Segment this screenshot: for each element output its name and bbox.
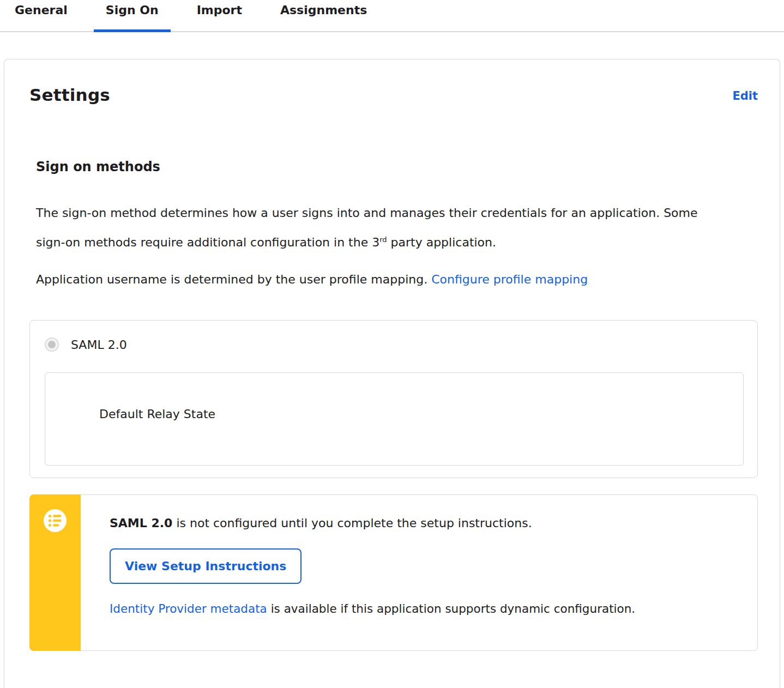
banner-message-strong: SAML 2.0: [110, 516, 172, 530]
configure-profile-mapping-link[interactable]: Configure profile mapping: [431, 273, 588, 286]
default-relay-state-label: Default Relay State: [99, 407, 215, 421]
default-relay-state-box: Default Relay State: [45, 372, 744, 466]
saml-radio-row: SAML 2.0: [45, 337, 744, 352]
tab-general-label: General: [15, 3, 68, 17]
identity-provider-metadata-link[interactable]: Identity Provider metadata: [110, 602, 267, 615]
username-mapping-text: Application username is determined by th…: [36, 273, 431, 286]
saml-setup-banner: SAML 2.0 is not configured until you com…: [29, 494, 758, 651]
banner-yellow-strip: [29, 494, 81, 651]
edit-settings-link[interactable]: Edit: [732, 89, 758, 102]
setup-instructions-list-icon: [43, 509, 67, 533]
tab-import-label: Import: [197, 3, 242, 17]
app-tab-bar: General Sign On Import Assignments: [0, 0, 784, 32]
saml-option-box: SAML 2.0 Default Relay State: [29, 320, 758, 478]
settings-card: Settings Edit Sign on methods The sign-o…: [4, 59, 780, 688]
description-text-part1: The sign-on method determines how a user…: [36, 206, 698, 249]
username-mapping-note: Application username is determined by th…: [36, 266, 715, 293]
tab-sign-on-label: Sign On: [106, 3, 159, 17]
sign-on-methods-heading: Sign on methods: [36, 159, 758, 174]
banner-content: SAML 2.0 is not configured until you com…: [81, 495, 757, 640]
description-superscript: rd: [379, 236, 387, 244]
view-setup-instructions-button[interactable]: View Setup Instructions: [110, 548, 301, 584]
saml-radio-button[interactable]: [45, 337, 59, 352]
banner-message-rest: is not configured until you complete the…: [172, 516, 532, 530]
settings-card-header: Settings Edit: [29, 85, 758, 105]
saml-option-label: SAML 2.0: [71, 338, 127, 352]
banner-message: SAML 2.0 is not configured until you com…: [110, 515, 744, 532]
description-text-part2: party application.: [387, 236, 496, 249]
metadata-note-rest: is available if this application support…: [267, 602, 635, 615]
tab-assignments-label: Assignments: [280, 3, 367, 17]
metadata-note: Identity Provider metadata is available …: [110, 601, 744, 617]
saml-radio-dot: [48, 341, 56, 348]
settings-title: Settings: [29, 85, 110, 105]
tab-sign-on[interactable]: Sign On: [94, 0, 171, 31]
tab-import[interactable]: Import: [185, 0, 254, 31]
sign-on-methods-description: The sign-on method determines how a user…: [36, 200, 715, 256]
tab-assignments[interactable]: Assignments: [268, 0, 379, 31]
sign-on-methods-section: Sign on methods The sign-on method deter…: [29, 159, 758, 293]
tab-general[interactable]: General: [3, 0, 80, 31]
